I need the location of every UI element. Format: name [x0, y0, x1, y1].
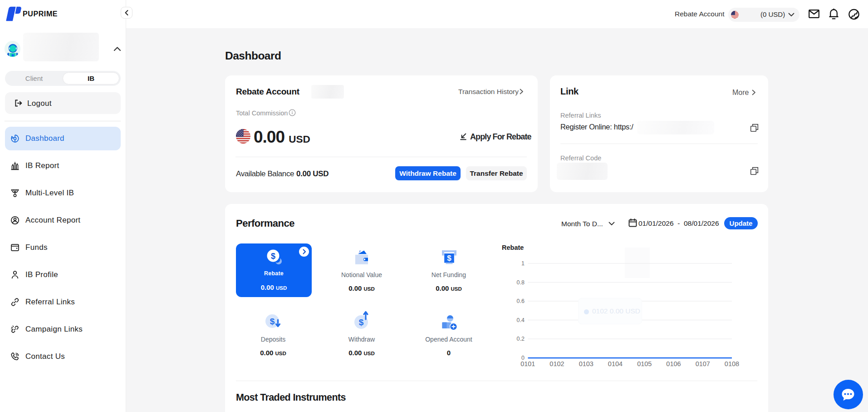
- svg-text:0105: 0105: [637, 360, 652, 367]
- svg-text:$: $: [447, 254, 451, 263]
- svg-text:0101: 0101: [520, 360, 535, 367]
- svg-text:0.6: 0.6: [517, 298, 525, 304]
- svg-text:$: $: [359, 318, 364, 327]
- svg-text:0102: 0102: [549, 360, 564, 367]
- svg-text:0106: 0106: [666, 360, 681, 367]
- svg-text:0104: 0104: [608, 360, 623, 367]
- svg-text:0.8: 0.8: [517, 279, 525, 286]
- svg-text:$: $: [270, 317, 275, 326]
- svg-text:0108: 0108: [725, 360, 739, 367]
- svg-text:0107: 0107: [696, 360, 710, 367]
- svg-text:$: $: [271, 252, 275, 261]
- svg-text:0.4: 0.4: [517, 317, 525, 323]
- svg-text:1: 1: [521, 260, 525, 267]
- svg-text:0103: 0103: [579, 360, 593, 367]
- svg-text:0.2: 0.2: [517, 336, 525, 342]
